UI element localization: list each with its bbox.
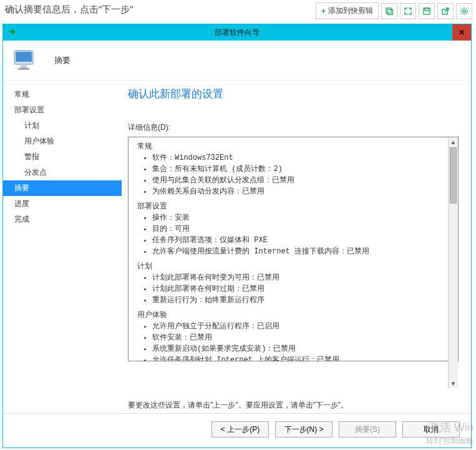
detail-label: 详细信息(D): [128, 122, 459, 133]
detail-group-list: 操作：安装目的：可用任务序列部署选项：仅媒体和 PXE允许客户端使用按流量计费的… [137, 212, 444, 257]
detail-line: 使用与此集合关联的默认分发点组：已禁用 [152, 175, 444, 186]
scroll-down-icon: ▼ [450, 379, 457, 388]
panel-note: 要更改这些设置，请单击"上一步"。要应用设置，请单击"下一步"。 [128, 400, 459, 411]
svg-rect-1 [388, 9, 393, 14]
window-title: 部署软件向导 [215, 27, 260, 38]
detail-group-list: 允许用户独立于分配运行程序：已启用软件安装：已禁用系统重新启动(如果要求完成安装… [137, 321, 444, 361]
monitor-icon [12, 47, 39, 74]
expand-icon[interactable] [400, 3, 416, 19]
add-to-clip-label: 添加到快剪辑 [328, 6, 373, 16]
sidebar-item-4[interactable]: 警报 [3, 149, 122, 165]
detail-line: 允许任务序列针对 Internet 上的客户端运行：已禁用 [152, 355, 444, 361]
gear-icon[interactable] [456, 3, 472, 19]
detail-group-title: 计划 [137, 261, 444, 272]
previous-button[interactable]: < 上一步(P) [211, 421, 269, 438]
wizard-main-panel: 确认此新部署的设置 详细信息(D): 常规软件：Windows732Ent集合：… [122, 81, 471, 413]
close-button[interactable]: ✕ [452, 24, 471, 41]
wizard-body: 常规部署设置计划用户体验警报分发点摘要进度完成 确认此新部署的设置 详细信息(D… [3, 81, 471, 413]
forward-arrow-icon [8, 28, 17, 37]
scroll-thumb[interactable] [450, 147, 457, 203]
title-bar: 部署软件向导 ✕ [3, 24, 471, 41]
detail-line: 计划此部署将在何时过期：已禁用 [152, 283, 444, 295]
svg-point-5 [463, 9, 465, 12]
detail-line: 目的：可用 [152, 223, 444, 235]
svg-rect-8 [21, 66, 27, 68]
page-toolbar: + 添加到快剪辑 [316, 2, 472, 19]
wizard-header: 摘要 [3, 41, 471, 81]
detail-group-title: 部署设置 [137, 201, 444, 212]
detail-line: 允许用户独立于分配运行程序：已启用 [152, 321, 444, 332]
wizard-sidebar: 常规部署设置计划用户体验警报分发点摘要进度完成 [3, 81, 122, 413]
sidebar-item-8[interactable]: 完成 [3, 212, 122, 227]
detail-box-container: 常规软件：Windows732Ent集合：所有未知计算机 (成员计数：2)使用与… [128, 137, 459, 389]
wizard-footer: < 上一步(P) 下一步(N) > 摘要(S) 取消 [3, 413, 471, 448]
plus-icon: + [321, 7, 326, 16]
detail-line: 重新运行行为：始终重新运行程序 [152, 295, 444, 306]
cancel-button[interactable]: 取消 [402, 421, 460, 438]
sidebar-item-7[interactable]: 进度 [3, 196, 122, 212]
detail-group-list: 软件：Windows732Ent集合：所有未知计算机 (成员计数：2)使用与此集… [137, 152, 444, 197]
detail-line: 系统重新启动(如果要求完成安装)：已禁用 [152, 343, 444, 355]
instruction-text: 确认摘要信息后，点击"下一步" [5, 4, 134, 16]
detail-textarea[interactable]: 常规软件：Windows732Ent集合：所有未知计算机 (成员计数：2)使用与… [128, 137, 459, 361]
svg-rect-0 [386, 8, 391, 13]
sidebar-item-3[interactable]: 用户体验 [3, 134, 122, 149]
vertical-scrollbar[interactable]: ▲ ▼ [448, 137, 458, 388]
copy-icon[interactable] [381, 3, 397, 19]
wizard-window: 部署软件向导 ✕ 摘要 常规部署设置计划用户体验警报分发点摘要进度完成 确认此新… [2, 24, 472, 448]
panel-title: 确认此新部署的设置 [128, 87, 459, 101]
sidebar-item-1[interactable]: 部署设置 [3, 102, 122, 118]
save-icon[interactable] [419, 3, 435, 19]
scroll-up-icon: ▲ [450, 137, 457, 147]
next-button[interactable]: 下一步(N) > [275, 421, 333, 438]
detail-line: 集合：所有未知计算机 (成员计数：2) [152, 164, 444, 175]
sidebar-item-2[interactable]: 计划 [3, 118, 122, 134]
summary-button: 摘要(S) [339, 421, 396, 438]
detail-line: 为依赖关系自动分发内容：已禁用 [152, 186, 444, 197]
detail-line: 计划此部署将在何时变为可用：已禁用 [152, 272, 444, 283]
detail-group-list: 计划此部署将在何时变为可用：已禁用计划此部署将在何时过期：已禁用重新运行行为：始… [137, 272, 444, 306]
detail-line: 软件：Windows732Ent [152, 152, 444, 164]
svg-rect-7 [16, 52, 32, 62]
detail-line: 任务序列部署选项：仅媒体和 PXE [152, 235, 444, 246]
sidebar-item-0[interactable]: 常规 [3, 87, 122, 102]
detail-line: 操作：安装 [152, 212, 444, 223]
detail-line: 允许客户端使用按流量计费的 Internet 连接下载内容：已禁用 [152, 246, 444, 257]
share-icon[interactable] [437, 3, 454, 19]
close-icon: ✕ [459, 28, 465, 37]
wizard-header-label: 摘要 [54, 55, 70, 66]
svg-rect-3 [425, 8, 429, 11]
sidebar-item-5[interactable]: 分发点 [3, 165, 122, 180]
detail-line: 软件安装：已禁用 [152, 332, 444, 343]
sidebar-item-6[interactable]: 摘要 [3, 180, 122, 196]
detail-group-title: 用户体验 [137, 310, 444, 321]
svg-rect-9 [18, 68, 29, 70]
add-to-clip-button[interactable]: + 添加到快剪辑 [316, 2, 379, 19]
detail-group-title: 常规 [137, 141, 444, 152]
